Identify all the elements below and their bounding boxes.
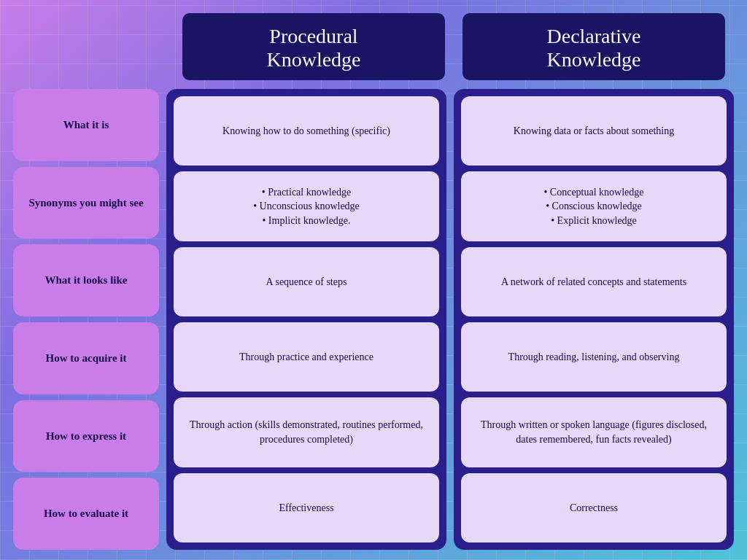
label-how-to-express: How to express it bbox=[13, 400, 159, 472]
procedural-looks-like: A sequence of steps bbox=[174, 247, 439, 316]
procedural-express: Through action (skills demonstrated, rou… bbox=[174, 397, 439, 467]
procedural-column: Knowing how to do something (specific) •… bbox=[166, 89, 446, 550]
procedural-what-it-is: Knowing how to do something (specific) bbox=[174, 96, 439, 166]
page-container: Procedural Knowledge Declarative Knowled… bbox=[0, 0, 747, 560]
procedural-acquire: Through practice and experience bbox=[174, 322, 439, 392]
label-what-it-is: What it is bbox=[13, 89, 159, 161]
declarative-title: Declarative Knowledge bbox=[462, 13, 725, 80]
declarative-express: Through written or spoken language (figu… bbox=[461, 397, 727, 467]
label-synonyms: Synonyms you might see bbox=[13, 167, 159, 239]
procedural-title: Procedural Knowledge bbox=[182, 13, 445, 80]
label-how-to-evaluate: How to evaluate it bbox=[13, 478, 159, 550]
declarative-looks-like: A network of related concepts and statem… bbox=[461, 247, 727, 316]
label-what-it-looks-like: What it looks like bbox=[13, 244, 159, 316]
declarative-what-it-is: Knowing data or facts about something bbox=[461, 96, 727, 166]
declarative-acquire: Through reading, listening, and observin… bbox=[461, 322, 727, 392]
header-row: Procedural Knowledge Declarative Knowled… bbox=[13, 13, 734, 80]
label-how-to-acquire: How to acquire it bbox=[13, 322, 159, 394]
procedural-synonyms: • Practical knowledge • Unconscious know… bbox=[174, 171, 439, 241]
declarative-evaluate: Correctness bbox=[461, 473, 727, 542]
label-column: What it is Synonyms you might see What i… bbox=[13, 89, 159, 550]
procedural-evaluate: Effectiveness bbox=[174, 473, 439, 542]
main-grid: What it is Synonyms you might see What i… bbox=[13, 89, 734, 550]
declarative-synonyms: • Conceptual knowledge • Conscious knowl… bbox=[461, 171, 727, 241]
declarative-column: Knowing data or facts about something • … bbox=[454, 89, 734, 550]
